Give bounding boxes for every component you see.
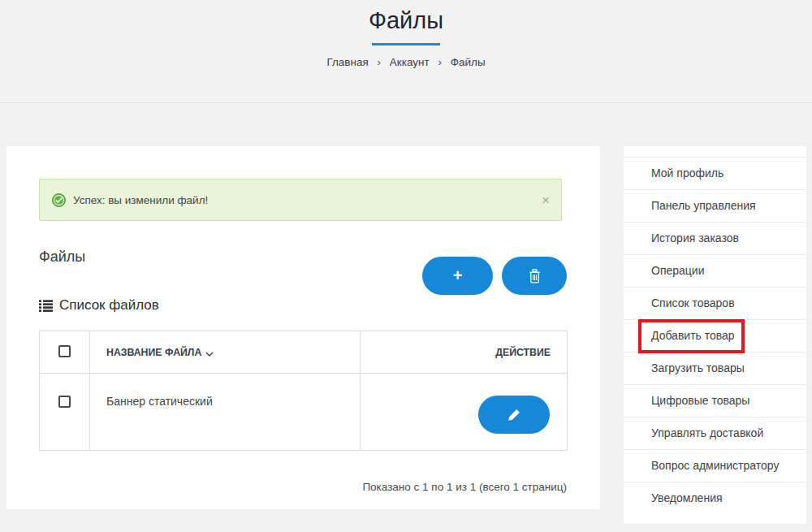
sidebar-item-dashboard[interactable]: Панель управления [624,189,806,222]
delete-files-button[interactable] [502,257,567,295]
breadcrumb-current: Файлы [451,56,486,68]
list-heading-label: Список файлов [59,297,159,314]
breadcrumb-account-link[interactable]: Аккаунт [390,56,430,68]
column-header-name[interactable]: НАЗВАНИЕ ФАЙЛА [90,331,361,374]
files-table: НАЗВАНИЕ ФАЙЛА ДЕЙСТВИЕ Баннер статическ… [39,331,568,451]
table-header-row: НАЗВАНИЕ ФАЙЛА ДЕЙСТВИЕ [40,331,568,374]
files-panel: Успех: вы изменили файл! × Файлы + [6,146,600,509]
title-underline [372,43,440,45]
select-all-checkbox[interactable] [58,345,71,357]
toolbar: + [422,257,567,295]
sidebar-item-product-list[interactable]: Список товаров [624,287,806,319]
page-title: Файлы [0,7,812,34]
section-title: Файлы [39,249,85,266]
sidebar-item-order-history[interactable]: История заказов [624,222,806,254]
success-alert: Успех: вы изменили файл! × [39,179,562,221]
sidebar-item-transactions[interactable]: Операции [624,254,806,287]
sidebar-item-add-product[interactable]: Добавить товар [624,319,806,352]
sidebar-item-upload-products[interactable]: Загрузить товары [624,352,806,384]
pencil-icon [508,409,520,422]
sidebar-item-notifications[interactable]: Уведомления [624,482,806,514]
table-row: Баннер статический [40,374,568,451]
row-checkbox-cell [40,374,90,451]
row-checkbox[interactable] [58,396,71,408]
add-file-button[interactable]: + [422,257,493,295]
account-sidebar: Мой профиль Панель управления История за… [624,146,806,524]
column-header-action: ДЕЙСТВИЕ [361,331,568,374]
sidebar-item-profile[interactable]: Мой профиль [624,157,806,189]
success-check-icon [52,193,66,207]
close-icon[interactable]: × [542,193,550,207]
edit-file-button[interactable] [478,396,550,434]
alert-message: Успех: вы изменили файл! [73,194,208,206]
trash-icon [529,269,541,283]
breadcrumb-separator: › [438,56,442,68]
list-heading: Список файлов [39,297,159,314]
select-all-cell [40,331,90,374]
pagination-text: Показано с 1 по 1 из 1 (всего 1 страниц) [362,481,567,493]
file-action-cell [361,374,568,451]
chevron-down-icon [205,348,214,359]
sidebar-item-manage-shipping[interactable]: Управлять доставкой [624,417,806,449]
breadcrumb-separator: › [378,56,382,68]
plus-icon: + [453,267,463,283]
sidebar-item-ask-admin[interactable]: Вопрос администратору [624,449,806,482]
list-icon [39,300,53,312]
breadcrumb-home-link[interactable]: Главная [326,56,368,68]
breadcrumb: Главная › Аккаунт › Файлы [0,56,812,68]
page-header: Файлы Главная › Аккаунт › Файлы [0,0,812,103]
sidebar-item-digital-products[interactable]: Цифровые товары [624,384,806,417]
file-name-cell: Баннер статический [90,374,361,451]
